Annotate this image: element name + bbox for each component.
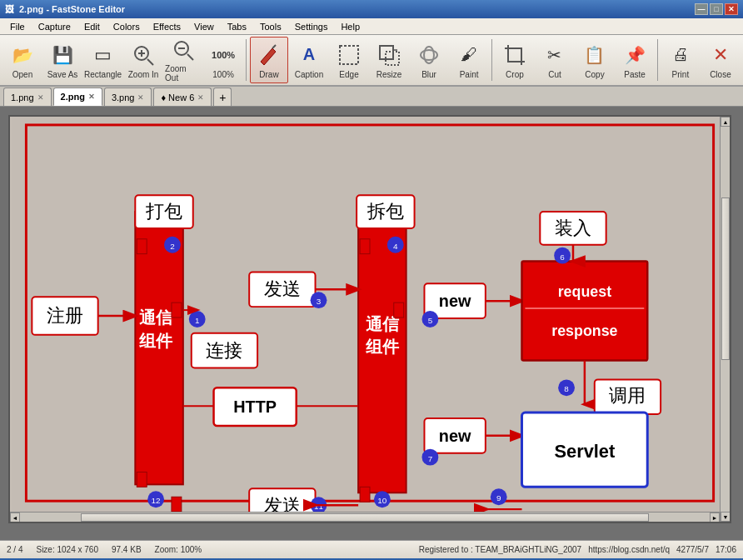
save-as-button[interactable]: 💾 Save As [43, 37, 82, 83]
print-label: Print [672, 70, 690, 79]
zoom-level: Zoom: 100% [155, 545, 202, 554]
open-label: Open [12, 70, 32, 79]
paste-button[interactable]: 📌 Paste [616, 37, 654, 83]
registration-info: Registered to : TEAM_BRAiGHTLiNG_2007 [419, 545, 581, 554]
tab-3png-close[interactable]: ✕ [137, 93, 144, 102]
tab-new6-label: ♦ New 6 [161, 92, 194, 102]
cut-button[interactable]: ✂ Cut [536, 37, 574, 83]
menu-help[interactable]: Help [334, 20, 367, 33]
tab-1png-close[interactable]: ✕ [37, 93, 44, 102]
new-tab-button[interactable]: + [213, 88, 232, 106]
svg-rect-22 [172, 302, 182, 318]
svg-text:连接: 连接 [206, 341, 242, 361]
resize-label: Resize [376, 70, 402, 79]
print-button[interactable]: 🖨 Print [661, 37, 700, 83]
edge-icon [336, 42, 362, 68]
svg-line-1 [147, 59, 153, 65]
horizontal-scrollbar[interactable]: ◄ ► [10, 512, 720, 522]
svg-text:new: new [439, 427, 471, 445]
draw-label: Draw [259, 70, 278, 79]
edge-label: Edge [339, 70, 358, 79]
tab-1png-label: 1.png [11, 92, 34, 102]
crop-button[interactable]: Crop [496, 37, 534, 83]
close-image-label: Close [710, 70, 731, 79]
paint-button[interactable]: 🖌 Paint [450, 37, 488, 83]
menu-colors[interactable]: Colors [107, 20, 147, 33]
maximize-button[interactable]: □ [710, 3, 723, 15]
menu-settings[interactable]: Settings [288, 20, 335, 33]
scroll-thumb-v[interactable] [721, 198, 730, 359]
svg-text:12: 12 [152, 496, 162, 505]
cut-label: Cut [548, 70, 561, 79]
copy-label: Copy [585, 70, 604, 79]
zoom-out-label: Zoom Out [165, 64, 202, 82]
menu-tabs[interactable]: Tabs [221, 20, 253, 33]
svg-text:拆包: 拆包 [367, 202, 404, 222]
svg-text:7: 7 [428, 454, 433, 463]
svg-rect-28 [360, 239, 370, 254]
crop-label: Crop [506, 70, 524, 79]
zoom-100-icon: 100% [210, 42, 237, 68]
caption-button[interactable]: A Caption [290, 37, 328, 83]
tab-3png[interactable]: 3.png ✕ [104, 88, 152, 106]
menu-file[interactable]: File [3, 20, 32, 33]
menu-edit[interactable]: Edit [77, 20, 107, 33]
edge-button[interactable]: Edge [330, 37, 368, 83]
scroll-left-arrow[interactable]: ◄ [10, 512, 20, 522]
scroll-up-arrow[interactable]: ▲ [721, 117, 731, 127]
svg-text:response: response [551, 322, 617, 339]
zoom-100-button[interactable]: 100% 100% [204, 37, 242, 83]
tab-new6-close[interactable]: ✕ [197, 93, 204, 102]
menu-tools[interactable]: Tools [253, 20, 288, 33]
minimize-button[interactable]: — [695, 3, 708, 15]
tab-new6[interactable]: ♦ New 6 ✕ [153, 88, 212, 106]
menu-view[interactable]: View [187, 20, 221, 33]
svg-text:组件: 组件 [365, 338, 400, 356]
scroll-right-arrow[interactable]: ► [710, 512, 720, 522]
svg-rect-20 [137, 239, 147, 254]
tab-3png-label: 3.png [112, 92, 135, 102]
titlebar-title: 🖼 2.png - FastStone Editor [5, 4, 125, 14]
zoom-in-button[interactable]: Zoom In [124, 37, 162, 83]
svg-text:注册: 注册 [47, 306, 83, 326]
zoom-in-label: Zoom In [128, 70, 159, 79]
resize-button[interactable]: Resize [370, 37, 408, 83]
page-indicator: 2 / 4 [7, 545, 22, 554]
tab-2png-close[interactable]: ✕ [88, 92, 95, 101]
time-display: 17:06 [716, 545, 736, 554]
scroll-down-arrow[interactable]: ▼ [721, 512, 731, 522]
titlebar-text: 2.png - FastStone Editor [19, 4, 125, 14]
close-button[interactable]: ✕ [725, 3, 738, 15]
svg-text:2: 2 [170, 242, 175, 251]
open-button[interactable]: 📂 Open [3, 37, 42, 83]
svg-text:打包: 打包 [145, 202, 182, 222]
save-as-label: Save As [47, 70, 78, 79]
diagram[interactable]: 通信 组件 通信 组件 注册 打包 [8, 115, 731, 523]
menu-capture[interactable]: Capture [32, 20, 77, 33]
tabbar: 1.png ✕ 2.png ✕ 3.png ✕ ♦ New 6 ✕ + [0, 87, 743, 107]
paste-icon: 📌 [621, 42, 648, 68]
draw-button[interactable]: Draw [250, 37, 288, 83]
save-icon: 💾 [49, 42, 76, 68]
resize-icon [376, 42, 402, 68]
svg-rect-23 [172, 497, 182, 512]
svg-rect-29 [360, 487, 370, 502]
copy-button[interactable]: 📋 Copy [576, 37, 614, 83]
svg-text:8: 8 [564, 384, 569, 393]
tab-2png-label: 2.png [61, 92, 85, 102]
menu-effects[interactable]: Effects [147, 20, 187, 33]
svg-text:5: 5 [428, 316, 433, 325]
tab-2png[interactable]: 2.png ✕ [53, 88, 102, 106]
tab-1png[interactable]: 1.png ✕ [3, 88, 52, 106]
zoom-out-button[interactable]: Zoom Out [164, 37, 202, 83]
blur-button[interactable]: Blur [410, 37, 448, 83]
rectangle-button[interactable]: ▭ Rectangle [83, 37, 122, 83]
scroll-thumb-h[interactable] [81, 513, 649, 522]
vertical-scrollbar[interactable]: ▲ ▼ [720, 117, 730, 522]
statusbar: 2 / 4 Size: 1024 x 760 97.4 KB Zoom: 100… [0, 540, 743, 558]
svg-text:10: 10 [377, 496, 387, 505]
rectangle-icon: ▭ [90, 42, 117, 68]
close-image-button[interactable]: ✕ Close [701, 37, 740, 83]
copy-icon: 📋 [581, 42, 608, 68]
app-icon: 🖼 [5, 4, 14, 14]
